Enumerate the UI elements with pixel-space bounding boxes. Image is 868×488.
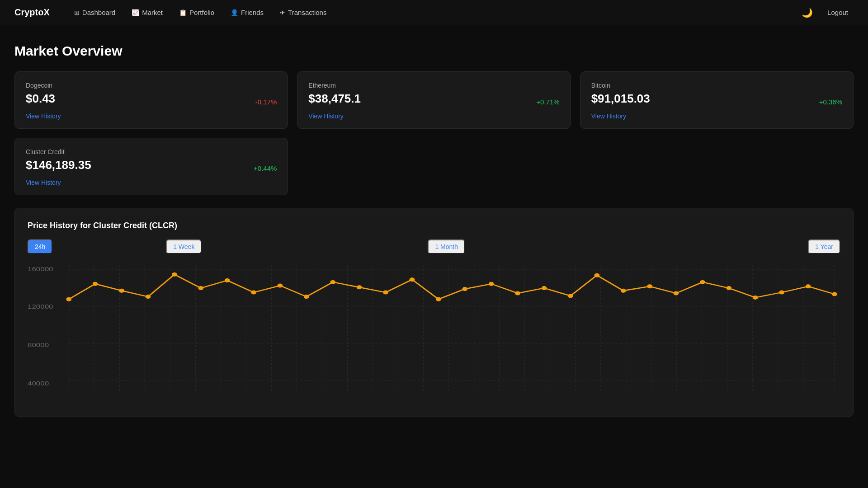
svg-point-48: [304, 295, 309, 299]
tab-1year[interactable]: 1 Year: [808, 239, 840, 254]
chart-tabs: 24h 1 Week 1 Month 1 Year: [28, 239, 840, 254]
svg-point-39: [66, 297, 71, 301]
chart-section: Price History for Cluster Credit (CLCR) …: [14, 208, 854, 417]
svg-point-41: [119, 289, 124, 292]
svg-point-42: [146, 295, 150, 299]
svg-point-63: [700, 280, 705, 284]
nav-market[interactable]: 📈 Market: [125, 6, 169, 19]
svg-point-59: [594, 273, 599, 277]
nav-portfolio[interactable]: 📋 Portfolio: [173, 6, 221, 19]
card-bitcoin-name: Bitcoin: [591, 82, 842, 89]
svg-point-66: [779, 291, 784, 294]
svg-point-40: [93, 282, 97, 286]
card-dogecoin-name: Dogecoin: [26, 82, 277, 89]
card-cluster-change: +0.44%: [254, 164, 277, 172]
svg-text:40000: 40000: [28, 380, 49, 387]
card-ethereum-change: +0.71%: [536, 98, 559, 106]
tab-1month[interactable]: 1 Month: [428, 239, 465, 254]
card-ethereum-link[interactable]: View History: [308, 113, 344, 120]
svg-point-62: [674, 291, 678, 295]
dashboard-icon: ⊞: [74, 9, 80, 16]
bottom-cards-grid: Cluster Credit $146,189.35 +0.44% View H…: [14, 138, 854, 195]
svg-point-44: [198, 286, 203, 290]
svg-point-45: [225, 279, 229, 282]
card-ethereum-row: $38,475.1 +0.71%: [308, 92, 559, 106]
card-dogecoin: Dogecoin $0.43 -0.17% View History: [14, 71, 288, 129]
price-chart: 160000 120000 80000 40000: [28, 261, 840, 406]
svg-point-57: [542, 286, 546, 290]
card-bitcoin-change: +0.36%: [819, 98, 842, 106]
svg-point-51: [383, 291, 388, 294]
card-dogecoin-row: $0.43 -0.17%: [26, 92, 277, 106]
card-dogecoin-change: -0.17%: [255, 98, 277, 106]
transactions-icon: ✈: [280, 9, 285, 16]
tab-spacer-3: 1 Year: [578, 239, 840, 254]
friends-icon: 👤: [231, 9, 238, 16]
svg-point-65: [753, 296, 758, 299]
nav-dashboard[interactable]: ⊞ Dashboard: [68, 6, 122, 19]
tab-24h[interactable]: 24h: [28, 239, 52, 254]
dark-mode-icon[interactable]: 🌙: [802, 7, 813, 18]
portfolio-icon: 📋: [179, 9, 187, 16]
svg-point-67: [806, 285, 810, 288]
nav-dashboard-label: Dashboard: [82, 9, 115, 16]
svg-point-52: [410, 278, 414, 282]
navbar: CryptoX ⊞ Dashboard 📈 Market 📋 Portfolio…: [0, 0, 868, 25]
nav-transactions[interactable]: ✈ Transactions: [274, 6, 333, 19]
tab-spacer-2: 1 Month: [315, 239, 578, 254]
nav-links: ⊞ Dashboard 📈 Market 📋 Portfolio 👤 Frien…: [68, 6, 802, 19]
tab-1week[interactable]: 1 Week: [166, 239, 202, 254]
card-dogecoin-price: $0.43: [26, 92, 55, 106]
svg-text:80000: 80000: [28, 342, 49, 348]
card-ethereum: Ethereum $38,475.1 +0.71% View History: [297, 71, 571, 129]
card-dogecoin-link[interactable]: View History: [26, 113, 61, 120]
tab-spacer-1: 1 Week: [52, 239, 315, 254]
svg-point-64: [726, 286, 731, 290]
card-cluster-price: $146,189.35: [26, 158, 91, 172]
svg-point-61: [647, 285, 652, 288]
nav-friends[interactable]: 👤 Friends: [224, 6, 270, 19]
svg-point-50: [357, 286, 361, 289]
svg-text:120000: 120000: [28, 303, 53, 310]
card-cluster-row: $146,189.35 +0.44%: [26, 158, 277, 172]
market-icon: 📈: [132, 9, 139, 16]
svg-point-43: [172, 272, 177, 276]
chart-title: Price History for Cluster Credit (CLCR): [28, 221, 840, 230]
nav-market-label: Market: [142, 9, 163, 16]
page-title: Market Overview: [14, 43, 854, 59]
main-content: Market Overview Dogecoin $0.43 -0.17% Vi…: [0, 25, 868, 432]
svg-point-46: [251, 291, 256, 294]
nav-transactions-label: Transactions: [288, 9, 326, 16]
card-bitcoin-price: $91,015.03: [591, 92, 650, 106]
card-cluster-link[interactable]: View History: [26, 179, 61, 186]
app-logo: CryptoX: [14, 7, 50, 18]
card-cluster-name: Cluster Credit: [26, 148, 277, 155]
svg-point-49: [330, 280, 335, 284]
nav-right: 🌙 Logout: [802, 6, 854, 19]
svg-point-68: [832, 292, 837, 296]
logout-button[interactable]: Logout: [822, 6, 854, 19]
svg-point-60: [621, 289, 626, 292]
chart-container: 160000 120000 80000 40000: [28, 261, 840, 406]
svg-point-54: [462, 287, 467, 291]
svg-text:160000: 160000: [28, 266, 53, 272]
card-ethereum-name: Ethereum: [308, 82, 559, 89]
top-cards-grid: Dogecoin $0.43 -0.17% View History Ether…: [14, 71, 854, 129]
svg-point-56: [515, 291, 520, 295]
svg-point-58: [568, 294, 573, 298]
card-ethereum-price: $38,475.1: [308, 92, 361, 106]
svg-point-53: [436, 297, 441, 301]
svg-point-47: [278, 284, 282, 287]
nav-friends-label: Friends: [241, 9, 264, 16]
svg-point-55: [489, 282, 493, 286]
card-cluster-credit: Cluster Credit $146,189.35 +0.44% View H…: [14, 138, 288, 195]
card-bitcoin-row: $91,015.03 +0.36%: [591, 92, 842, 106]
card-bitcoin-link[interactable]: View History: [591, 113, 627, 120]
card-bitcoin: Bitcoin $91,015.03 +0.36% View History: [580, 71, 854, 129]
nav-portfolio-label: Portfolio: [189, 9, 214, 16]
